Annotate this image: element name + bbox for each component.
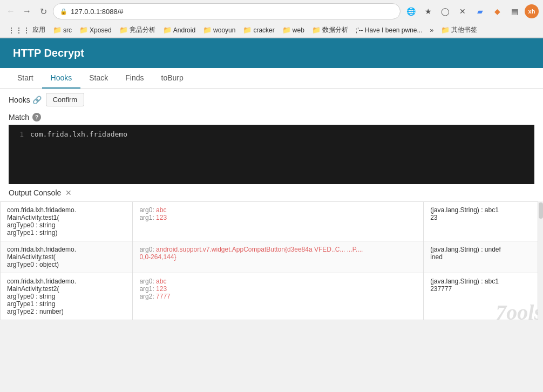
folder-icon: 📁 xyxy=(441,26,450,34)
translate-icon[interactable]: 🌐 xyxy=(404,4,418,18)
watermark: 7ools xyxy=(496,300,542,320)
method-line: MainActivity.test2( xyxy=(7,285,126,293)
browser-icons: 🌐 ★ ◯ ✕ ▰ ◆ ▤ xh xyxy=(404,4,539,18)
tab-hooks[interactable]: Hooks xyxy=(42,68,81,89)
arg-name: arg2: xyxy=(139,293,154,300)
close-output-button[interactable]: ✕ xyxy=(65,188,72,197)
info-icon: ? xyxy=(32,113,41,121)
bookmark-label: wooyun xyxy=(213,26,235,34)
tab-start[interactable]: Start xyxy=(9,68,42,89)
method-line: argType0 : object) xyxy=(7,261,126,268)
x-icon[interactable]: ✕ xyxy=(456,4,470,18)
method-line: argType1 : string) xyxy=(7,229,126,236)
bookmark-cracker[interactable]: 📁 cracker xyxy=(240,25,277,35)
method-line: argType0 : string xyxy=(7,293,126,300)
bookmark-haveibeenpwned[interactable]: ;'-- Have I been pwne... xyxy=(352,25,426,35)
method-line: com.frida.lxh.fridademo. xyxy=(7,278,126,285)
arg-line: arg1: 123 xyxy=(139,214,417,221)
apps-button[interactable]: ⋮⋮⋮ 应用 xyxy=(4,24,49,36)
arg-value: abc xyxy=(154,278,167,285)
bookmark-label: web xyxy=(293,26,304,34)
bookmark-shujufenxi[interactable]: 📁 数据分析 xyxy=(309,24,351,36)
result-line: (java.lang.String) : undef xyxy=(430,246,536,253)
method-line: com.frida.lxh.fridademo. xyxy=(7,206,126,214)
page-header: HTTP Decrypt xyxy=(0,38,543,68)
hooks-text: Hooks xyxy=(9,96,30,104)
refresh-button[interactable]: ↻ xyxy=(37,5,50,18)
bookmark-label: Xposed xyxy=(90,26,112,34)
arg-value: 7777 xyxy=(154,293,171,300)
qr-icon[interactable]: ▤ xyxy=(507,4,521,18)
browser-chrome: ← → ↻ 🔒 127.0.0.1:8088/# 🌐 ★ ◯ ✕ ▰ ◆ ▤ x… xyxy=(0,0,543,38)
arg-value: abc xyxy=(154,206,167,214)
result-line: 237777 xyxy=(430,285,536,293)
folder-icon: 📁 xyxy=(163,26,172,34)
bookmark-other[interactable]: 📁 其他书签 xyxy=(438,24,480,36)
bookmark-android[interactable]: 📁 Android xyxy=(160,25,199,35)
hooks-section: Hooks 🔗 Confirm xyxy=(0,89,543,111)
method-cell: com.frida.lxh.fridademo. MainActivity.te… xyxy=(1,241,133,273)
output-console-header: Output Console ✕ xyxy=(0,184,543,201)
folder-icon: 📁 xyxy=(79,26,88,34)
output-console-label: Output Console xyxy=(9,188,61,197)
bookmark-wooyun[interactable]: 📁 wooyun xyxy=(200,25,239,35)
arg-name: arg0: xyxy=(139,246,154,253)
code-line-1: 1 com.frida.lxh.fridademo xyxy=(9,130,534,138)
circle-icon[interactable]: ◯ xyxy=(438,4,452,18)
profile-avatar[interactable]: xh xyxy=(525,4,539,18)
folder-icon: 📁 xyxy=(119,26,128,34)
bookmark-src[interactable]: 📁 src xyxy=(50,25,75,35)
result-line: (java.lang.String) : abc1 xyxy=(430,206,536,214)
browser-toolbar: ← → ↻ 🔒 127.0.0.1:8088/# 🌐 ★ ◯ ✕ ▰ ◆ ▤ x… xyxy=(0,0,543,23)
bookmark-label: src xyxy=(63,26,72,34)
more-bookmarks-button[interactable]: » xyxy=(427,25,437,35)
link-icon: 🔗 xyxy=(32,96,42,104)
line-number: 1 xyxy=(9,130,30,138)
bookmark-star-icon[interactable]: ★ xyxy=(421,4,435,18)
table-row: com.frida.lxh.fridademo. MainActivity.te… xyxy=(1,273,543,320)
extension-icon[interactable]: ◆ xyxy=(490,4,504,18)
table-row: com.frida.lxh.fridademo. MainActivity.te… xyxy=(1,241,543,273)
arg-name: arg1: xyxy=(139,214,154,221)
tab-stack[interactable]: Stack xyxy=(80,68,117,89)
forward-button[interactable]: → xyxy=(21,5,33,18)
bookmark-label: 数据分析 xyxy=(322,25,348,35)
method-line: MainActivity.test( xyxy=(7,253,126,261)
tab-finds[interactable]: Finds xyxy=(117,68,152,89)
folder-icon: 📁 xyxy=(312,26,321,34)
output-table-container: com.frida.lxh.fridademo. MainActivity.te… xyxy=(0,201,543,320)
back-button[interactable]: ← xyxy=(4,5,17,18)
bookmark-label: Android xyxy=(173,26,195,34)
bookmark-xposed[interactable]: 📁 Xposed xyxy=(76,25,115,35)
result-cell: (java.lang.String) : undef ined xyxy=(424,241,543,273)
bookmark-label: ;'-- Have I been pwne... xyxy=(356,26,423,34)
confirm-button[interactable]: Confirm xyxy=(46,93,85,106)
method-cell: com.frida.lxh.fridademo. MainActivity.te… xyxy=(1,273,133,320)
result-line: ined xyxy=(430,253,536,261)
code-editor[interactable]: 1 com.frida.lxh.fridademo xyxy=(9,125,534,184)
match-section: Match ? 1 com.frida.lxh.fridademo xyxy=(0,111,543,184)
translate2-icon[interactable]: ▰ xyxy=(473,4,487,18)
tab-toburp[interactable]: toBurp xyxy=(153,68,192,89)
address-bar[interactable]: 🔒 127.0.0.1:8088/# xyxy=(53,3,401,19)
arg-value: 123 xyxy=(154,214,167,221)
folder-icon: 📁 xyxy=(282,26,291,34)
arg-line: arg1: 123 xyxy=(139,285,417,293)
arg-line: arg0: android.support.v7.widget.AppCompa… xyxy=(139,246,417,253)
tabs-bar: Start Hooks Stack Finds toBurp xyxy=(0,68,543,89)
args-cell: arg0: android.support.v7.widget.AppCompa… xyxy=(133,241,424,273)
scrollbar-thumb[interactable] xyxy=(539,202,543,219)
arg-line: arg0: abc xyxy=(139,278,417,285)
bookmark-web[interactable]: 📁 web xyxy=(279,25,308,35)
scrollbar[interactable] xyxy=(538,201,543,320)
url-text: 127.0.0.1:8088/# xyxy=(71,8,393,16)
arg-value: android.support.v7.widget.AppCompatButto… xyxy=(154,246,363,253)
bookmark-label: cracker xyxy=(253,26,274,34)
arg-line: arg0: abc xyxy=(139,206,417,214)
folder-icon: 📁 xyxy=(53,26,62,34)
bookmark-jingpin[interactable]: 📁 竞品分析 xyxy=(116,24,159,36)
bookmarks-bar: ⋮⋮⋮ 应用 📁 src 📁 Xposed 📁 竞品分析 📁 Android 📁… xyxy=(0,23,543,38)
folder-icon: 📁 xyxy=(203,26,212,34)
method-line: argType2 : number) xyxy=(7,308,126,315)
method-line: MainActivity.test1( xyxy=(7,214,126,221)
